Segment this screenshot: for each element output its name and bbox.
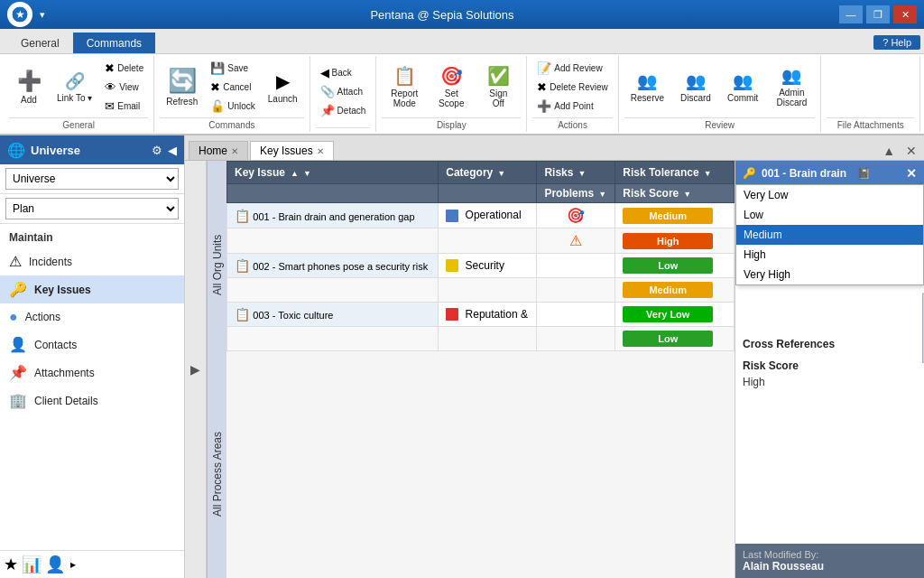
sidebar-item-incidents[interactable]: ⚠ Incidents <box>0 247 184 275</box>
sidebar-item-contacts[interactable]: 👤 Contacts <box>0 331 184 359</box>
delete-review-button[interactable]: ✖ Delete Review <box>532 78 612 97</box>
save-button[interactable]: 💾 Save <box>206 59 260 78</box>
tab-home-close-icon[interactable]: ✕ <box>231 146 238 156</box>
row-003-risk-score[interactable]: Low <box>615 327 735 351</box>
row-003-tolerance-badge: Very Low <box>623 306 713 322</box>
table-container[interactable]: Key Issue ▲ ▼ Category ▼ Risks <box>226 161 735 578</box>
report-mode-button[interactable]: 📋 ReportMode <box>382 61 427 113</box>
row-002-risks <box>537 254 615 278</box>
col-risks[interactable]: Risks ▼ <box>537 162 615 184</box>
sidebar-item-attachments[interactable]: 📌 Attachments <box>0 359 184 387</box>
row-003-score-badge: Low <box>623 331 713 347</box>
row-001-sub-empty2 <box>439 228 537 254</box>
expand-left-arrow-icon: ▶ <box>190 362 200 377</box>
sub-col-risk-score-filter-icon[interactable]: ▼ <box>683 190 691 199</box>
all-org-units-label: All Org Units <box>207 161 226 369</box>
sidebar-footer-btn-2[interactable]: 📊 <box>22 555 42 574</box>
col-category[interactable]: Category ▼ <box>439 162 537 184</box>
option-very-low[interactable]: Very Low <box>736 186 923 205</box>
ribbon-group-file-attachments: File Attachments <box>821 56 920 132</box>
option-low[interactable]: Low <box>736 205 923 225</box>
table-row[interactable]: 📋 002 - Smart phones pose a security ris… <box>227 254 735 278</box>
tabs-window-icon[interactable]: ✕ <box>902 142 920 160</box>
link-to-button[interactable]: 🔗 Link To ▾ <box>51 67 98 107</box>
launch-button[interactable]: ▶ Launch <box>262 66 304 108</box>
row-001-problem-icon: ⚠ <box>569 233 582 248</box>
col-key-issue-filter-icon[interactable]: ▼ <box>303 169 311 178</box>
universe-select[interactable]: Universe <box>5 168 179 190</box>
actions-label: Actions <box>25 311 60 323</box>
col-risks-filter-icon[interactable]: ▼ <box>578 169 587 178</box>
sidebar-collapse-icon[interactable]: ◀ <box>168 144 177 157</box>
unlock-button[interactable]: 🔓 Unlock <box>206 97 260 116</box>
sidebar-item-client-details[interactable]: 🏢 Client Details <box>0 387 184 415</box>
admin-discard-button[interactable]: 👥 AdminDiscard <box>768 61 815 112</box>
plan-select[interactable]: Plan <box>5 198 179 219</box>
email-button[interactable]: ✉ Email <box>100 97 148 116</box>
help-button[interactable]: ? Help <box>873 35 920 50</box>
tab-key-issues-close-icon[interactable]: ✕ <box>317 146 324 156</box>
add-review-button[interactable]: 📝 Add Review <box>532 59 612 78</box>
tab-general[interactable]: General <box>7 33 73 53</box>
row-002-key-issue[interactable]: 📋 002 - Smart phones pose a security ris… <box>227 254 439 278</box>
right-panel-close-icon[interactable]: ✕ <box>906 166 917 181</box>
table-row[interactable]: Low <box>227 327 735 351</box>
refresh-button[interactable]: 🔄 Refresh <box>160 62 204 111</box>
sidebar-footer-btn-1[interactable]: ★ <box>4 555 18 574</box>
tabs-collapse-up-icon[interactable]: ▲ <box>879 142 899 160</box>
sidebar-item-key-issues[interactable]: 🔑 Key Issues <box>0 275 184 303</box>
vertical-labels: All Org Units All Process Areas <box>207 161 226 578</box>
col-risk-tolerance[interactable]: Risk Tolerance ▼ <box>615 162 735 184</box>
view-button[interactable]: 👁 View <box>100 78 148 97</box>
add-button[interactable]: ➕ Add <box>9 65 49 109</box>
row-001-risk-tolerance[interactable]: Medium <box>615 203 735 228</box>
table-row[interactable]: 📋 001 - Brain drain and generation gap O… <box>227 203 735 228</box>
sub-col-problems-filter-icon[interactable]: ▼ <box>598 190 606 199</box>
reserve-button[interactable]: 👥 Reserve <box>624 67 670 107</box>
col-category-filter-icon[interactable]: ▼ <box>497 169 505 178</box>
option-medium[interactable]: Medium <box>736 225 923 245</box>
attach-button[interactable]: 📎 Attach <box>316 82 371 101</box>
sub-col-risk-score-label: Risk Score <box>623 187 679 200</box>
detach-button[interactable]: 📌 Detach <box>316 101 371 120</box>
row-002-risk-tolerance[interactable]: Low <box>615 254 735 278</box>
row-003-risk-tolerance[interactable]: Very Low <box>615 303 735 327</box>
sidebar-item-actions[interactable]: ● Actions <box>0 303 184 331</box>
close-button[interactable]: ✕ <box>893 5 917 23</box>
col-key-issue[interactable]: Key Issue ▲ ▼ <box>227 162 439 184</box>
table-row[interactable]: ⚠ High <box>227 228 735 254</box>
maintain-section-title: Maintain <box>0 224 184 247</box>
delete-button[interactable]: ✖ Delete <box>100 59 148 78</box>
option-high[interactable]: High <box>736 245 923 265</box>
row-002-risk-score[interactable]: Medium <box>615 278 735 303</box>
col-key-issue-sort-icon[interactable]: ▲ <box>291 169 299 178</box>
row-001-risk-score[interactable]: High <box>615 228 735 254</box>
sidebar-footer-btn-3[interactable]: 👤 <box>45 555 65 574</box>
row-003-cat-label: Reputation & <box>466 308 528 321</box>
tab-key-issues[interactable]: Key Issues ✕ <box>250 141 334 160</box>
table-row[interactable]: 📋 003 - Toxic culture Reputation & Very <box>227 303 735 327</box>
left-expand-button[interactable]: ▶ <box>185 161 207 578</box>
tab-home[interactable]: Home ✕ <box>189 141 248 160</box>
sidebar-footer-more-icon[interactable]: ▸ <box>70 558 76 571</box>
sign-off-button[interactable]: ✅ SignOff <box>476 61 521 113</box>
cancel-button[interactable]: ✖ Cancel <box>206 78 260 97</box>
row-001-key-issue[interactable]: 📋 001 - Brain drain and generation gap <box>227 203 439 228</box>
col-risk-tolerance-filter-icon[interactable]: ▼ <box>704 169 712 178</box>
set-scope-button[interactable]: 🎯 SetScope <box>429 61 474 113</box>
sub-col-risk-score[interactable]: Risk Score ▼ <box>615 184 735 203</box>
row-003-key-issue[interactable]: 📋 003 - Toxic culture <box>227 303 439 327</box>
reserve-icon: 👥 <box>637 71 657 91</box>
commit-button[interactable]: 👥 Commit <box>721 67 764 107</box>
maximize-button[interactable]: ❐ <box>866 5 890 23</box>
tab-commands[interactable]: Commands <box>73 33 155 53</box>
risk-tolerance-dropdown-list: Very Low Low Medium High Very High <box>735 186 924 285</box>
option-very-high[interactable]: Very High <box>736 265 923 284</box>
discard-button[interactable]: 👥 Discard <box>674 67 717 107</box>
table-row[interactable]: Medium <box>227 278 735 303</box>
sidebar-gear-icon[interactable]: ⚙ <box>152 144 162 157</box>
add-point-button[interactable]: ➕ Add Point <box>532 97 612 116</box>
sub-col-problems[interactable]: Problems ▼ <box>537 184 615 203</box>
minimize-button[interactable]: — <box>839 5 863 23</box>
back-button[interactable]: ◀ Back <box>316 63 371 82</box>
